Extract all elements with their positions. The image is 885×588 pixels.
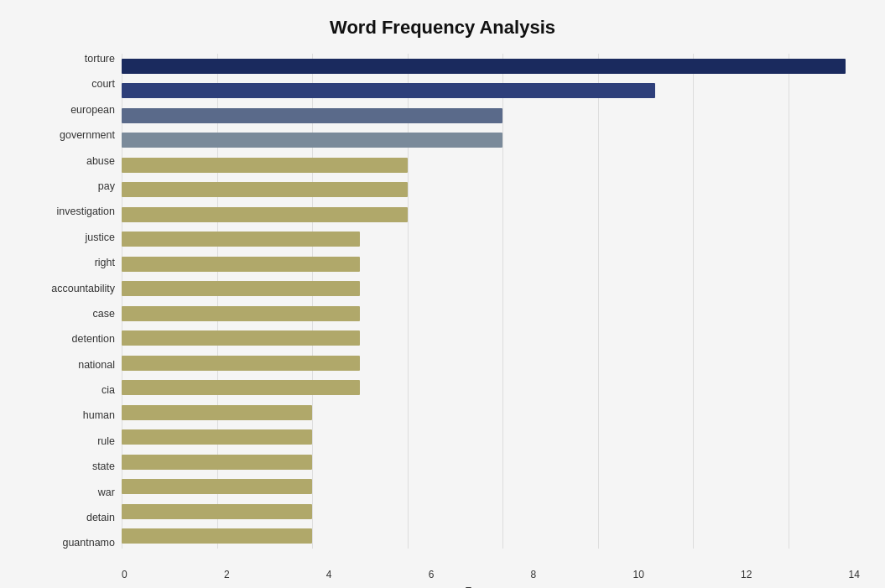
y-label: torture bbox=[25, 54, 115, 65]
x-axis-label: 12 bbox=[741, 569, 752, 580]
bar bbox=[122, 257, 360, 272]
bar bbox=[122, 158, 408, 173]
bar bbox=[122, 330, 360, 346]
x-axis-label: 4 bbox=[326, 569, 332, 580]
chart-area: torturecourteuropeangovernmentabusepayin… bbox=[25, 54, 860, 549]
bar-row bbox=[122, 153, 860, 178]
x-axis: 02468101214 bbox=[122, 569, 860, 580]
y-label: investigation bbox=[25, 206, 115, 217]
bars-area: 02468101214 Frequency bbox=[122, 54, 860, 549]
bar-row bbox=[122, 499, 860, 524]
y-label: right bbox=[25, 258, 115, 268]
bar bbox=[122, 479, 312, 494]
y-axis-labels: torturecourteuropeangovernmentabusepayin… bbox=[25, 54, 122, 549]
y-label: detain bbox=[25, 513, 115, 523]
bar-row bbox=[122, 326, 860, 351]
bar-row bbox=[122, 450, 860, 475]
bar bbox=[122, 59, 846, 74]
x-axis-label: 6 bbox=[429, 569, 435, 580]
bar-row bbox=[122, 277, 860, 302]
chart-container: Word Frequency Analysis torturecourteuro… bbox=[0, 0, 885, 588]
bar-row bbox=[122, 128, 860, 154]
x-axis-title: Frequency bbox=[122, 585, 860, 588]
bar bbox=[122, 133, 502, 148]
y-label: national bbox=[25, 360, 115, 371]
y-label: cia bbox=[25, 385, 115, 396]
y-label: pay bbox=[25, 181, 115, 192]
bar-row bbox=[122, 227, 860, 252]
bar bbox=[122, 455, 312, 470]
bar bbox=[122, 83, 655, 98]
bar bbox=[122, 207, 408, 222]
bar-row bbox=[122, 202, 860, 227]
bar bbox=[122, 504, 312, 519]
bar-row bbox=[122, 425, 860, 450]
y-label: abuse bbox=[25, 156, 115, 167]
bar-row bbox=[122, 79, 860, 104]
bar-row bbox=[122, 54, 860, 79]
bar bbox=[122, 281, 360, 296]
bar-row bbox=[122, 252, 860, 277]
bars-column bbox=[122, 54, 860, 549]
y-label: human bbox=[25, 410, 115, 421]
bar bbox=[122, 380, 360, 395]
x-axis-label: 0 bbox=[122, 569, 128, 580]
y-label: european bbox=[25, 105, 115, 116]
bar bbox=[122, 306, 360, 321]
bar-row bbox=[122, 178, 860, 203]
y-label: justice bbox=[25, 232, 115, 243]
bar bbox=[122, 528, 312, 544]
bar bbox=[122, 108, 502, 123]
y-label: accountability bbox=[25, 284, 115, 294]
y-label: rule bbox=[25, 436, 115, 447]
x-axis-label: 2 bbox=[224, 569, 230, 580]
bar bbox=[122, 356, 360, 371]
bar-row bbox=[122, 475, 860, 500]
y-label: government bbox=[25, 130, 115, 141]
bar-row bbox=[122, 400, 860, 425]
x-axis-label: 10 bbox=[633, 569, 643, 580]
bar-row bbox=[122, 301, 860, 326]
bar bbox=[122, 182, 408, 197]
bar-row bbox=[122, 376, 860, 401]
y-label: state bbox=[25, 461, 115, 472]
y-label: war bbox=[25, 487, 115, 498]
y-label: case bbox=[25, 309, 115, 320]
chart-title: Word Frequency Analysis bbox=[25, 17, 860, 39]
x-axis-label: 8 bbox=[531, 569, 537, 580]
y-label: detention bbox=[25, 334, 115, 345]
x-axis-label: 14 bbox=[849, 569, 860, 580]
bar-row bbox=[122, 524, 860, 549]
y-label: court bbox=[25, 79, 115, 90]
bar bbox=[122, 429, 312, 445]
bar-row bbox=[122, 351, 860, 376]
bar bbox=[122, 232, 360, 247]
bar-row bbox=[122, 103, 860, 128]
y-label: guantnamo bbox=[25, 538, 115, 549]
bar bbox=[122, 405, 312, 420]
